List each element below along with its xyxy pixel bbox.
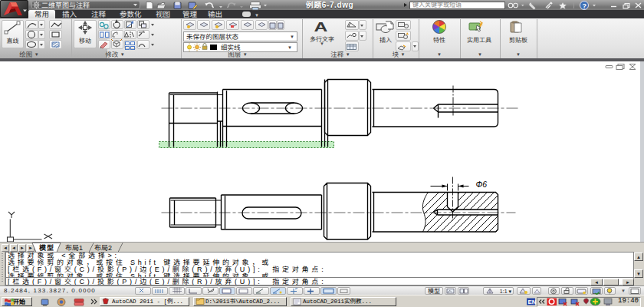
svg-text:布局2: 布局2 [94, 244, 112, 252]
svg-text:布局1: 布局1 [65, 244, 83, 252]
svg-text:A: A [314, 20, 328, 34]
svg-text:Φ6: Φ6 [476, 180, 488, 189]
svg-text:EN: EN [528, 299, 537, 305]
svg-text:模型: 模型 [39, 244, 54, 252]
svg-text:?: ? [583, 2, 587, 10]
